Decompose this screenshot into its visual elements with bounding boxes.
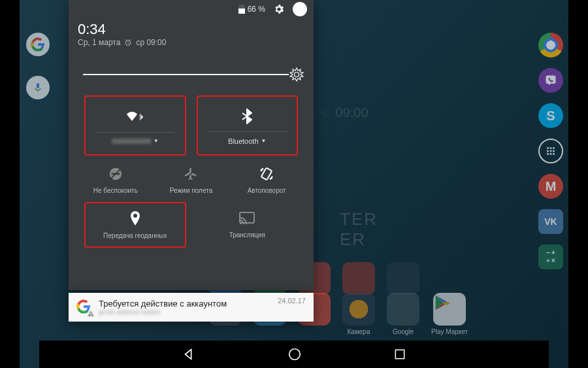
- wifi-tile[interactable]: ▼: [84, 95, 186, 156]
- lockscreen-alarm-fragment: ♢ 09:00: [320, 105, 368, 120]
- svg-point-0: [547, 147, 549, 149]
- dock-label: Камера: [348, 328, 370, 335]
- calculator-icon[interactable]: −+÷×: [538, 244, 563, 269]
- dock-label: Play Маркет: [431, 328, 468, 335]
- svg-rect-10: [395, 350, 404, 358]
- bg-text-fragment: TER ER: [340, 209, 378, 250]
- svg-rect-23: [91, 313, 91, 315]
- svg-point-7: [550, 153, 552, 155]
- app-drawer-icon[interactable]: [538, 139, 563, 163]
- svg-rect-12: [238, 8, 245, 14]
- battery-pct: 66 %: [248, 5, 265, 14]
- airplane-icon: [182, 165, 200, 183]
- settings-gear-icon[interactable]: [273, 3, 285, 15]
- quick-tiles-row3: Передача геоданных Трансляция: [69, 198, 314, 256]
- wifi-tile-label[interactable]: ▼: [112, 138, 159, 144]
- play-store-icon[interactable]: [433, 293, 466, 326]
- brightness-thumb-icon[interactable]: [289, 67, 304, 82]
- svg-point-6: [547, 153, 549, 155]
- autorotate-icon: [257, 165, 276, 183]
- battery-indicator: 66 %: [238, 5, 265, 14]
- location-label: Передача геоданных: [103, 232, 167, 239]
- camera-app-icon[interactable]: [342, 293, 375, 326]
- vk-icon[interactable]: VK: [538, 209, 563, 234]
- quick-tiles-row2: Не беспокоить Режим полета Автоповорот: [69, 156, 314, 198]
- panel-clock: 0:34 Ср, 1 марта ср 09:00: [69, 18, 314, 54]
- voice-search-icon[interactable]: [26, 76, 50, 99]
- dropdown-caret-icon: ▼: [154, 138, 159, 144]
- svg-point-8: [553, 153, 555, 155]
- viber-icon[interactable]: [538, 68, 563, 93]
- home-button[interactable]: [287, 347, 302, 361]
- cast-icon: [239, 212, 255, 227]
- panel-date: Ср, 1 марта: [78, 38, 120, 47]
- svg-rect-13: [240, 5, 243, 6]
- right-side-apps: S M VK −+÷×: [538, 33, 563, 269]
- panel-alarm: ср 09:00: [136, 38, 166, 47]
- dnd-label: Не беспокоить: [93, 187, 138, 194]
- google-notification-icon: [76, 299, 92, 315]
- notification-card[interactable]: Требуется действие с аккаунтом gmail add…: [69, 293, 314, 322]
- bluetooth-tile-label[interactable]: Bluetooth ▼: [228, 137, 266, 145]
- svg-rect-24: [91, 315, 91, 316]
- chrome-icon[interactable]: [538, 33, 563, 58]
- bluetooth-icon: [242, 107, 252, 126]
- svg-point-3: [547, 150, 549, 152]
- svg-point-15: [295, 73, 299, 77]
- skype-icon[interactable]: S: [538, 103, 563, 128]
- svg-point-5: [553, 150, 555, 152]
- back-button[interactable]: [182, 347, 196, 361]
- location-icon: [129, 211, 141, 228]
- svg-point-4: [550, 150, 552, 152]
- recents-button[interactable]: [393, 348, 406, 361]
- google-search-icon[interactable]: [26, 33, 50, 56]
- dropdown-caret-icon: ▼: [261, 138, 267, 144]
- navigation-bar: [39, 341, 549, 368]
- notification-subtitle: gmail address hidden: [99, 309, 271, 316]
- svg-point-9: [289, 349, 301, 360]
- notification-text: Требуется действие с аккаунтом gmail add…: [99, 299, 271, 316]
- brightness-track: [83, 74, 299, 75]
- svg-point-1: [550, 147, 552, 149]
- brightness-slider[interactable]: [83, 65, 299, 84]
- panel-time: 0:34: [78, 21, 304, 38]
- bluetooth-tile[interactable]: Bluetooth ▼: [197, 95, 299, 156]
- location-tile[interactable]: Передача геоданных: [84, 202, 186, 248]
- panel-date-row: Ср, 1 марта ср 09:00: [78, 38, 304, 47]
- notification-title: Требуется действие с аккаунтом: [99, 299, 271, 309]
- left-side-icons: [26, 33, 50, 99]
- notification-date: 24.02.17: [278, 297, 306, 305]
- user-avatar-icon[interactable]: [293, 2, 307, 16]
- google-folder-icon[interactable]: [387, 293, 419, 326]
- alarm-icon: [124, 39, 132, 46]
- quick-settings-panel: 66 % 0:34 Ср, 1 марта ср 09:00 ▼: [69, 0, 314, 290]
- quick-tiles-row1: ▼ Bluetooth ▼: [69, 95, 314, 156]
- dnd-tile[interactable]: Не беспокоить: [78, 165, 154, 194]
- dock-label: Google: [393, 328, 414, 335]
- status-bar: 66 %: [69, 0, 314, 18]
- gmail-icon[interactable]: M: [538, 174, 563, 199]
- autorotate-tile[interactable]: Автоповорот: [229, 165, 304, 194]
- svg-point-2: [553, 147, 555, 149]
- wifi-icon: [125, 107, 145, 127]
- cast-tile[interactable]: Трансляция: [197, 202, 299, 248]
- airplane-label: Режим полета: [170, 187, 212, 194]
- svg-rect-16: [140, 114, 140, 120]
- airplane-tile[interactable]: Режим полета: [154, 165, 229, 194]
- dnd-icon: [106, 165, 125, 183]
- app-icon[interactable]: [387, 262, 419, 295]
- autorotate-label: Автоповорот: [248, 187, 286, 194]
- app-icon[interactable]: [342, 262, 375, 295]
- cast-label: Трансляция: [229, 231, 265, 239]
